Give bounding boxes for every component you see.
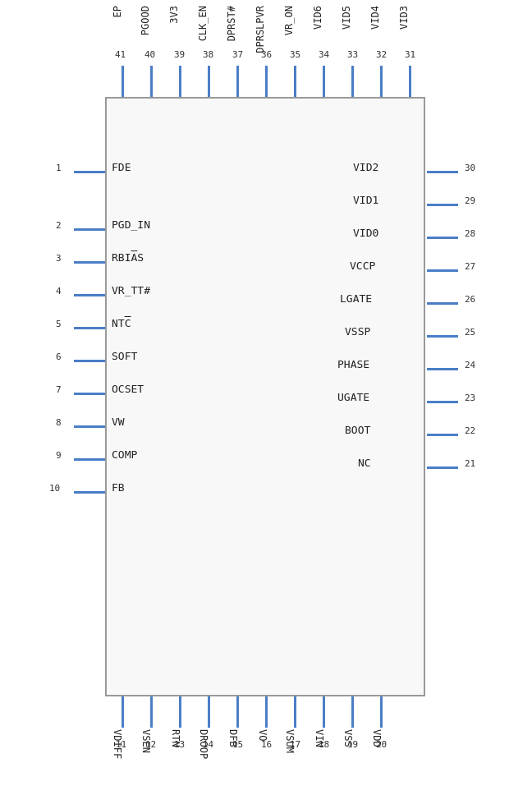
pin-20-line: [380, 696, 383, 728]
pin-34-label: VID6: [312, 6, 323, 32]
pin-3-line: [74, 261, 105, 264]
pin-25-line: [427, 335, 458, 338]
pin-33-number: 33: [347, 49, 358, 60]
pin-22-number: 22: [465, 425, 475, 436]
pin-33-label: VID5: [341, 6, 352, 32]
pin-9-label: COMP: [112, 448, 137, 461]
pin-10-label: FB: [112, 481, 125, 494]
pin-1-line: [74, 171, 105, 173]
pin-25-label: VSSP: [345, 325, 370, 338]
pin-7-number: 7: [56, 384, 62, 395]
pin-30-label: VID2: [353, 161, 378, 173]
pin-31-number: 31: [405, 49, 415, 60]
pin-35-number: 35: [290, 49, 300, 60]
pin-14-line: [208, 696, 210, 728]
pin-24-label: PHASE: [337, 358, 369, 370]
ic-body: [105, 97, 425, 696]
pin-7-label: OCSET: [112, 383, 144, 395]
pin-7-line: [74, 393, 105, 395]
pin-5-line: [74, 327, 105, 329]
pin-40-label: PGOOD: [140, 6, 151, 38]
pin-19-number: 19: [347, 739, 358, 750]
pin-32-label: VID4: [369, 6, 381, 32]
pin-3-number: 3: [56, 253, 62, 264]
pin-15-number: 15: [232, 739, 243, 750]
pin-22-label: BOOT: [345, 424, 370, 436]
pin-27-line: [427, 269, 458, 272]
pin-19-line: [351, 696, 354, 728]
pin-11-line: [122, 696, 124, 728]
pin-39-label: 3V3: [168, 6, 180, 26]
pin-23-label: UGATE: [337, 391, 369, 403]
pin-38-line: [208, 66, 210, 97]
pin-5-label: NTC: [112, 317, 131, 329]
pin-10-number: 10: [49, 483, 60, 494]
pin-37-number: 37: [232, 49, 243, 60]
pin-26-line: [427, 302, 458, 305]
pin-18-line: [323, 696, 325, 728]
pin-26-label: LGATE: [340, 292, 372, 305]
pin-22-line: [427, 434, 458, 436]
pin-21-label: NC: [358, 457, 371, 469]
pin-25-number: 25: [465, 327, 475, 338]
pin-5-number: 5: [56, 319, 62, 329]
pin-39-number: 39: [174, 49, 185, 60]
pin-29-label: VID1: [353, 194, 378, 206]
pin-29-line: [427, 204, 458, 206]
pin-24-number: 24: [465, 360, 475, 370]
pin-4-line: [74, 294, 105, 296]
pin-2-line: [74, 228, 105, 231]
pin-28-label: VID0: [353, 227, 378, 239]
pin-8-number: 8: [56, 417, 62, 428]
pin-3-label: RBIAS: [112, 251, 144, 264]
pin-26-number: 26: [465, 294, 475, 305]
pin-12-number: 12: [145, 739, 156, 750]
pin-35-line: [294, 66, 296, 97]
pin-21-line: [427, 466, 458, 469]
pin-11-number: 11: [116, 739, 126, 750]
pin-13-line: [179, 696, 181, 728]
pin-4-number: 4: [56, 286, 62, 296]
pin-31-label: VID3: [398, 6, 410, 32]
pin-8-label: VW: [112, 416, 125, 428]
pin-16-number: 16: [261, 739, 272, 750]
pin-39-line: [179, 66, 181, 97]
pin-34-line: [323, 66, 325, 97]
pin-28-line: [427, 237, 458, 239]
pin-17-number: 17: [290, 739, 300, 750]
pin-6-line: [74, 360, 105, 362]
pin-36-line: [265, 66, 268, 97]
pin-16-line: [265, 696, 268, 728]
pin-35-label: VR_ON: [283, 6, 295, 38]
pin-33-line: [351, 66, 354, 97]
pin-30-number: 30: [465, 163, 475, 173]
pin-27-number: 27: [465, 261, 475, 272]
pin-41-label: EP: [112, 6, 123, 20]
pin-6-number: 6: [56, 352, 62, 362]
pin-37-line: [236, 66, 239, 97]
pin-6-label: SOFT: [112, 350, 137, 362]
pin-36-number: 36: [261, 49, 272, 60]
pin-38-label: CLK_EN: [197, 6, 209, 44]
pin-32-number: 32: [376, 49, 387, 60]
pin-40-number: 40: [144, 49, 155, 60]
pin-20-number: 20: [376, 739, 387, 750]
pin-4-label: VR_TT#: [112, 284, 150, 296]
pin-2-label: PGD_IN: [112, 218, 150, 231]
pin-23-number: 23: [465, 393, 475, 403]
pin-24-line: [427, 368, 458, 370]
pin-34-number: 34: [319, 49, 329, 60]
pin-41-number: 41: [115, 49, 126, 60]
pin-32-line: [380, 66, 383, 97]
pin-40-line: [150, 66, 153, 97]
pin-13-number: 13: [174, 739, 185, 750]
pin-15-line: [236, 696, 239, 728]
pin-8-line: [74, 425, 105, 428]
pin-18-number: 18: [319, 739, 329, 750]
pin-21-number: 21: [465, 458, 475, 469]
pin-9-line: [74, 458, 105, 461]
pin-36-label: DPRSLPVR: [255, 6, 266, 56]
pin-1-number: 1: [56, 163, 62, 173]
pin-38-number: 38: [203, 49, 213, 60]
pin-41-line: [122, 66, 124, 97]
